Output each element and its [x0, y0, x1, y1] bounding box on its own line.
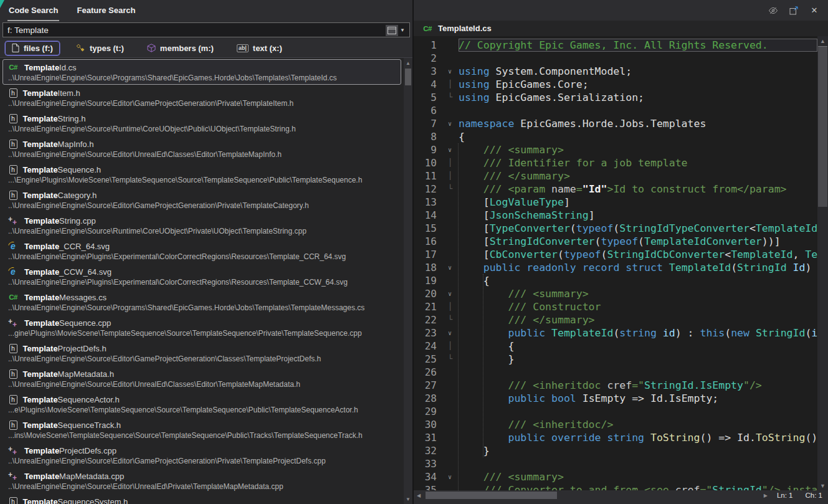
code-line[interactable]: 7∨namespace EpicGames.Horde.Jobs.Templat… — [414, 117, 817, 130]
fold-guide: └ — [445, 91, 459, 104]
hide-preview-button[interactable] — [768, 5, 779, 16]
types-icon — [76, 44, 85, 52]
code-line[interactable]: 21│ /// Constructor — [414, 300, 817, 313]
fold-chevron-icon[interactable]: ∨ — [445, 470, 459, 483]
result-item[interactable]: hTemplateSequenceActor.h...e\Plugins\Mov… — [2, 391, 401, 417]
code-line[interactable]: 20∨ /// <summary> — [414, 287, 817, 300]
code-line[interactable]: 22└ /// </summary> — [414, 313, 817, 326]
scroll-thumb[interactable] — [426, 492, 557, 499]
code-line[interactable]: 34∨ /// <summary> — [414, 470, 817, 483]
filter-types-chip[interactable]: types (t:) — [69, 41, 131, 55]
scroll-down-button[interactable]: ▼ — [404, 495, 412, 503]
fold-chevron-icon[interactable]: ∨ — [445, 326, 459, 340]
scroll-right-button[interactable]: ▶ — [761, 490, 771, 500]
code-line[interactable]: 30 /// <inheritdoc/> — [414, 418, 817, 431]
code-line[interactable]: 33 — [414, 457, 817, 470]
result-item[interactable]: hTemplateProjectDefs.h..\UnrealEngine\En… — [2, 340, 401, 366]
scroll-down-button[interactable]: ▼ — [817, 481, 828, 490]
result-item[interactable]: hTemplateSequenceSystem.h — [2, 493, 401, 504]
tab-feature-search[interactable]: Feature Search — [75, 0, 136, 21]
result-path: ...e\Plugins\MovieScene\TemplateSequence… — [7, 406, 401, 416]
code-line[interactable]: 10│ /// Identifier for a job template — [414, 156, 817, 169]
result-item[interactable]: ++TemplateProjectDefs.cpp..\UnrealEngine… — [2, 442, 401, 468]
filter-label: files (f:) — [24, 44, 53, 53]
scroll-thumb[interactable] — [405, 69, 411, 85]
result-item[interactable]: eTemplate_CCR_64.svg..\UnrealEngine\Engi… — [2, 238, 401, 264]
code-line[interactable]: 12└ /// <param name="Id">Id to construct… — [414, 183, 817, 196]
code-line[interactable]: 16 [StringIdConverter(typeof(TemplateIdC… — [414, 235, 817, 248]
code-line[interactable]: 27 /// <inheritdoc cref="StringId.IsEmpt… — [414, 379, 817, 392]
filter-files-chip[interactable]: files (f:) — [5, 41, 60, 55]
fold-chevron-icon[interactable]: ∨ — [445, 143, 459, 156]
result-item[interactable]: hTemplateMapInfo.h..\UnrealEngine\Engine… — [2, 136, 401, 161]
result-item[interactable]: hTemplateSequence.h...\Engine\Plugins\Mo… — [2, 161, 401, 187]
code-line[interactable]: 25└ } — [414, 353, 817, 366]
code-line[interactable]: 17 [CbConverter(typeof(StringIdCbConvert… — [414, 248, 817, 261]
code-line[interactable]: 32 } — [414, 444, 817, 457]
code-line[interactable]: 24│ { — [414, 340, 817, 353]
search-input[interactable] — [2, 22, 410, 37]
code-line[interactable]: 11│ /// </summary> — [414, 169, 817, 183]
fold-chevron-icon[interactable]: ∨ — [445, 287, 459, 300]
code-line[interactable]: 13 [LogValueType] — [414, 196, 817, 209]
code-line[interactable]: 4│using EpicGames.Core; — [414, 78, 817, 91]
code-line[interactable]: 1// Copyright Epic Games, Inc. All Right… — [414, 39, 817, 52]
code-text: [StringIdConverter(typeof(TemplateIdConv… — [459, 235, 817, 248]
code-line[interactable]: 14 [JsonSchemaString] — [414, 209, 817, 222]
result-item[interactable]: C#TemplateMessages.cs..\UnrealEngine\Eng… — [2, 289, 401, 315]
result-item[interactable]: hTemplateSequenceTrack.h...ins\MovieScen… — [2, 417, 401, 442]
result-item[interactable]: ++TemplateString.cpp..\UnrealEngine\Engi… — [2, 212, 401, 238]
code-line[interactable]: 15 [TypeConverter(typeof(StringIdTypeCon… — [414, 222, 817, 235]
code-line[interactable]: 29 — [414, 405, 817, 418]
preview-file-name: TemplateId.cs — [438, 24, 492, 33]
code-line[interactable]: 3∨using System.ComponentModel; — [414, 65, 817, 78]
result-item[interactable]: C#TemplateId.cs..\UnrealEngine\Engine\So… — [2, 59, 401, 85]
result-item[interactable]: ++TemplateMapMetadata.cpp..\UnrealEngine… — [2, 468, 401, 493]
code-line[interactable]: 5└using EpicGames.Serialization; — [414, 91, 817, 104]
code-editor[interactable]: 1// Copyright Epic Games, Inc. All Right… — [414, 36, 828, 490]
result-item[interactable]: hTemplateMapMetadata.h..\UnrealEngine\En… — [2, 366, 401, 391]
line-number: 10 — [414, 156, 445, 169]
open-in-window-button[interactable] — [788, 5, 799, 16]
line-number: 21 — [414, 300, 445, 313]
fold-guide: │ — [445, 340, 459, 353]
code-line[interactable]: 8{ — [414, 130, 817, 143]
code-line[interactable]: 31 public override string ToString() => … — [414, 431, 817, 444]
code-line[interactable]: 19 { — [414, 274, 817, 287]
result-item[interactable]: hTemplateItem.h..\UnrealEngine\Engine\So… — [2, 85, 401, 110]
filter-members-chip[interactable]: members (m:) — [140, 41, 221, 55]
fold-guide — [445, 457, 459, 470]
svg-file-icon: e — [7, 241, 19, 251]
scroll-left-button[interactable]: ◀ — [414, 490, 424, 500]
result-path: ..\UnrealEngine\Engine\Plugins\Experimen… — [7, 252, 401, 263]
fold-chevron-icon[interactable]: ∨ — [445, 261, 459, 274]
code-line[interactable]: 26 — [414, 366, 817, 379]
fold-guide — [445, 379, 459, 392]
result-item[interactable]: ++TemplateSequence.cpp...gine\Plugins\Mo… — [2, 315, 401, 340]
code-line[interactable]: 18∨ public readonly record struct Templa… — [414, 261, 817, 274]
code-line[interactable]: 28 public bool IsEmpty => Id.IsEmpty; — [414, 392, 817, 405]
search-options-button[interactable]: ▼ — [386, 24, 408, 36]
file-icon — [12, 44, 19, 52]
code-line[interactable]: 9∨ /// <summary> — [414, 143, 817, 156]
scroll-up-button[interactable]: ▲ — [404, 59, 412, 67]
code-line[interactable]: 2 — [414, 52, 817, 65]
header-file-icon: h — [9, 191, 17, 200]
filter-text-chip[interactable]: ab| text (x:) — [230, 41, 289, 55]
tab-code-search[interactable]: Code Search — [7, 0, 59, 21]
code-line[interactable]: 23∨ public TemplateId(string id) : this(… — [414, 326, 817, 340]
scroll-up-button[interactable]: ▲ — [817, 36, 828, 45]
fold-guide: │ — [445, 169, 459, 183]
close-preview-button[interactable]: ✕ — [809, 5, 820, 16]
scroll-thumb[interactable] — [818, 46, 827, 207]
fold-guide — [445, 405, 459, 418]
code-line[interactable]: 6 — [414, 104, 817, 117]
result-item[interactable]: hTemplateCategory.h..\UnrealEngine\Engin… — [2, 187, 401, 212]
result-item[interactable]: eTemplate_CCW_64.svg..\UnrealEngine\Engi… — [2, 264, 401, 289]
result-item[interactable]: hTemplateString.h..\UnrealEngine\Engine\… — [2, 110, 401, 136]
search-row: ▼ — [0, 21, 412, 39]
fold-chevron-icon[interactable]: ∨ — [445, 117, 459, 130]
fold-chevron-icon[interactable]: ∨ — [445, 65, 459, 78]
code-line[interactable]: 35 /// Converter to and from <see cref="… — [414, 483, 817, 490]
line-number: 34 — [414, 470, 445, 483]
